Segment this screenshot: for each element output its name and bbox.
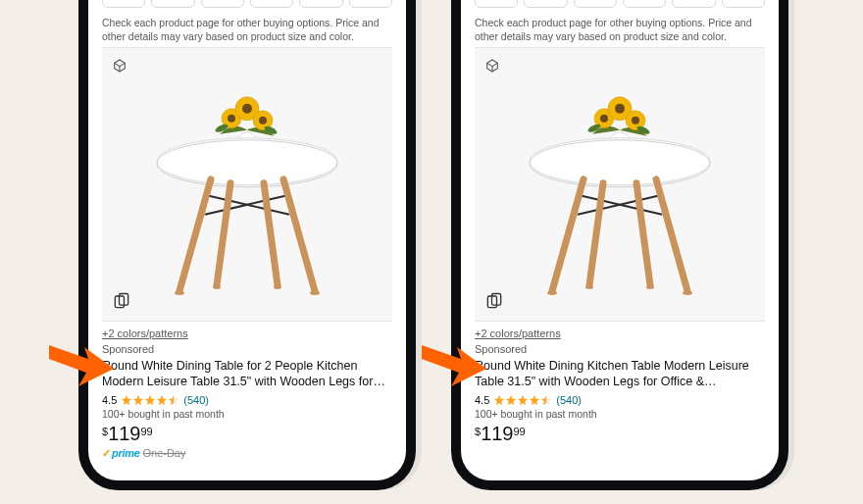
filter-chip[interactable]	[102, 0, 145, 8]
rating-row[interactable]: 4.5 (540)	[475, 394, 765, 406]
svg-point-47	[683, 291, 692, 295]
rating-row[interactable]: 4.5 (540)	[102, 394, 392, 406]
svg-point-49	[646, 285, 654, 289]
svg-point-33	[615, 104, 625, 114]
colors-link[interactable]: +2 colors/patterns	[102, 328, 188, 339]
colors-link[interactable]: +2 colors/patterns	[475, 328, 561, 339]
svg-point-48	[585, 285, 593, 289]
svg-point-13	[157, 138, 337, 185]
product-image	[517, 85, 723, 301]
bought-count: 100+ bought in past month	[102, 408, 392, 420]
callout-arrow-icon	[422, 337, 486, 386]
phone-screen-b: Check each product page for other buying…	[461, 0, 779, 480]
prime-label: prime	[112, 447, 139, 459]
rotate-3d-icon	[112, 58, 127, 74]
svg-line-42	[552, 179, 584, 291]
price: $ 119 99	[475, 424, 765, 443]
filter-chip[interactable]	[250, 0, 293, 8]
rating-count: (540)	[556, 394, 582, 406]
product-image	[144, 85, 350, 301]
svg-line-43	[656, 179, 687, 291]
svg-line-17	[179, 179, 211, 291]
currency-symbol: $	[475, 426, 481, 437]
prime-row: ✓primeOne-Day	[102, 447, 392, 460]
rating-count: (540)	[183, 394, 209, 406]
options-hint: Check each product page for other buying…	[475, 16, 765, 43]
filter-chip[interactable]	[349, 0, 392, 8]
svg-point-22	[310, 291, 320, 295]
filter-chip[interactable]	[299, 0, 342, 8]
filter-chip-row	[475, 0, 765, 8]
phone-screen-a: Check each product page for other buying…	[88, 0, 406, 480]
filter-chip[interactable]	[574, 0, 617, 8]
price-cents: 99	[141, 426, 153, 437]
phone-mockup-a: Check each product page for other buying…	[78, 0, 416, 490]
filter-chip[interactable]	[151, 0, 194, 8]
prime-check-icon: ✓	[102, 447, 111, 459]
svg-line-18	[283, 179, 315, 291]
svg-point-24	[274, 285, 281, 289]
product-meta: +2 colors/patterns Sponsored Round White…	[475, 322, 765, 442]
svg-marker-50	[49, 345, 114, 386]
svg-point-7	[228, 115, 235, 123]
filter-chip[interactable]	[672, 0, 715, 8]
star-rating-icon	[121, 394, 179, 406]
filter-chip[interactable]	[201, 0, 244, 8]
svg-point-34	[632, 117, 639, 125]
svg-point-9	[259, 117, 267, 125]
sponsored-label: Sponsored	[475, 343, 765, 355]
comparison-stage: Check each product page for other buying…	[0, 0, 863, 504]
svg-point-32	[600, 115, 608, 123]
product-image-card[interactable]	[475, 47, 765, 322]
currency-symbol: $	[102, 426, 108, 437]
rating-value: 4.5	[475, 394, 489, 406]
callout-arrow-icon	[49, 337, 114, 386]
options-hint: Check each product page for other buying…	[102, 16, 392, 43]
sponsored-label: Sponsored	[102, 343, 392, 355]
svg-point-8	[242, 104, 252, 114]
product-meta: +2 colors/patterns Sponsored Round White…	[102, 322, 392, 459]
price-cents: 99	[514, 426, 526, 437]
star-rating-icon	[493, 394, 552, 406]
price-whole: 119	[108, 424, 140, 443]
filter-chip[interactable]	[722, 0, 765, 8]
phone-mockup-b: Check each product page for other buying…	[451, 0, 788, 490]
prime-suffix: One-Day	[142, 447, 185, 459]
rotate-3d-icon	[484, 58, 500, 74]
product-image-card[interactable]	[102, 47, 392, 322]
product-title[interactable]: Round White Dining Kitchen Table Modern …	[475, 359, 765, 389]
filter-chip[interactable]	[623, 0, 666, 8]
swatches-icon	[112, 291, 131, 311]
svg-point-23	[213, 285, 221, 289]
svg-point-46	[547, 291, 557, 295]
filter-chip[interactable]	[475, 0, 518, 8]
filter-chip-row	[102, 0, 392, 8]
svg-marker-51	[422, 345, 486, 386]
rating-value: 4.5	[102, 394, 117, 406]
price-whole: 119	[481, 424, 513, 443]
svg-point-38	[530, 138, 710, 185]
svg-point-21	[175, 291, 184, 295]
bought-count: 100+ bought in past month	[475, 408, 765, 420]
product-title[interactable]: Round White Dining Table for 2 People Ki…	[102, 359, 392, 389]
filter-chip[interactable]	[524, 0, 567, 8]
price: $ 119 99	[102, 424, 392, 443]
swatches-icon	[484, 291, 504, 311]
